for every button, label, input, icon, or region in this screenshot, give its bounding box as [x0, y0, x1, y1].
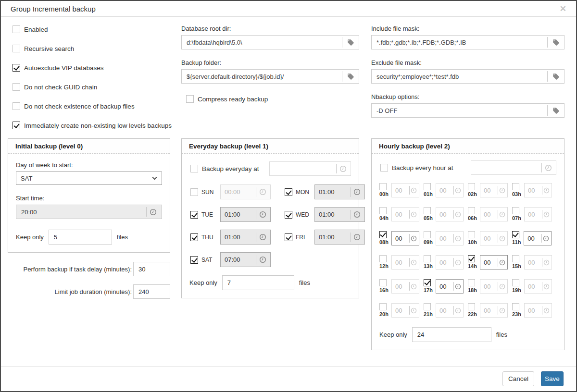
hour-cell[interactable]: 03h 00: [512, 183, 556, 197]
hour-cell[interactable]: 12h 00: [379, 255, 424, 270]
weekday-time-input[interactable]: 01:00: [220, 230, 271, 245]
hour-checkbox[interactable]: [468, 207, 475, 214]
weekday-cell[interactable]: FRI 01:00: [285, 230, 365, 245]
option-checkbox[interactable]: [13, 45, 20, 52]
hour-cell[interactable]: 22h 00: [468, 303, 512, 318]
hour-checkbox[interactable]: [424, 183, 431, 190]
hour-checkbox[interactable]: [379, 255, 387, 262]
weekday-checkbox[interactable]: [190, 211, 198, 219]
option-row[interactable]: Enabled: [13, 25, 170, 34]
hour-cell[interactable]: 18h 00: [468, 279, 512, 294]
weekday-time-input[interactable]: 07:00: [220, 252, 271, 267]
hour-minute-input[interactable]: 00: [436, 183, 464, 197]
hour-cell[interactable]: 21h 00: [424, 303, 468, 318]
hour-minute-input[interactable]: 00: [524, 183, 552, 197]
hour-cell[interactable]: 04h 00: [379, 207, 424, 221]
hour-cell[interactable]: 07h 00: [512, 207, 556, 221]
tag-icon[interactable]: [342, 39, 359, 46]
option-row[interactable]: Immediately create non-existing low leve…: [13, 121, 170, 130]
hour-minute-input[interactable]: 00: [436, 279, 464, 294]
hour-minute-input[interactable]: 00: [391, 207, 419, 221]
hour-minute-input[interactable]: 00: [524, 279, 552, 294]
keep-only-input[interactable]: [412, 327, 491, 342]
hour-minute-input[interactable]: 00: [524, 303, 552, 318]
hour-checkbox[interactable]: [468, 279, 475, 286]
hour-minute-input[interactable]: 00: [391, 303, 419, 318]
hour-checkbox[interactable]: [379, 207, 387, 214]
hour-checkbox[interactable]: [424, 231, 431, 238]
hour-minute-input[interactable]: 00: [391, 279, 419, 294]
include-file-mask-input[interactable]: [372, 39, 547, 46]
hour-checkbox[interactable]: [379, 183, 387, 190]
hour-checkbox[interactable]: [424, 255, 431, 262]
hour-cell[interactable]: 20h 00: [379, 303, 424, 318]
weekday-checkbox[interactable]: [190, 233, 198, 241]
option-row[interactable]: Do not check existence of backup files: [13, 102, 170, 110]
hour-cell[interactable]: 05h 00: [424, 207, 468, 221]
close-icon[interactable]: ✕: [560, 5, 566, 13]
weekday-cell[interactable]: THU 01:00: [190, 230, 285, 245]
weekday-checkbox[interactable]: [190, 188, 198, 196]
hour-cell[interactable]: 01h 00: [424, 183, 468, 197]
hour-minute-input[interactable]: 00: [480, 207, 508, 221]
hour-cell[interactable]: 13h 00: [424, 255, 468, 270]
keep-only-input[interactable]: [49, 230, 112, 245]
backup-every-hour-at-time-input[interactable]: [471, 160, 556, 175]
weekday-time-input[interactable]: 00:00: [220, 184, 271, 199]
option-row[interactable]: Recursive search: [13, 44, 170, 53]
cancel-button[interactable]: Cancel: [502, 371, 534, 386]
weekday-checkbox[interactable]: [285, 233, 292, 241]
hour-cell[interactable]: 09h 00: [424, 231, 468, 245]
backup-every-hour-at-checkbox[interactable]: [380, 164, 388, 172]
weekday-time-input[interactable]: 01:00: [314, 207, 365, 222]
hour-checkbox[interactable]: [379, 231, 387, 238]
weekday-checkbox[interactable]: [190, 256, 198, 264]
hour-checkbox[interactable]: [512, 231, 519, 238]
task-delay-input[interactable]: [133, 262, 170, 276]
hour-checkbox[interactable]: [424, 207, 431, 214]
hour-cell[interactable]: 00h 00: [379, 183, 424, 197]
weekday-cell[interactable]: TUE 01:00: [190, 207, 285, 222]
weekday-cell[interactable]: WED 01:00: [285, 207, 365, 222]
weekday-time-input[interactable]: 01:00: [314, 230, 365, 245]
hour-cell[interactable]: 14h 00: [468, 255, 512, 270]
save-button[interactable]: Save: [541, 371, 564, 386]
backup-everyday-at-time-input[interactable]: [269, 161, 351, 176]
hour-checkbox[interactable]: [468, 231, 475, 238]
hour-checkbox[interactable]: [379, 279, 387, 286]
hour-cell[interactable]: 15h 00: [512, 255, 556, 270]
weekday-time-input[interactable]: 01:00: [220, 207, 271, 222]
weekday-cell[interactable]: MON 01:00: [285, 184, 365, 199]
hour-checkbox[interactable]: [468, 303, 475, 310]
weekday-checkbox[interactable]: [285, 211, 292, 219]
weekday-checkbox[interactable]: [285, 188, 292, 196]
hour-minute-input[interactable]: 00: [436, 231, 464, 245]
hour-minute-input[interactable]: 00: [480, 303, 508, 318]
hour-cell[interactable]: 08h 00: [379, 231, 424, 245]
option-row[interactable]: Autoexclude VIP databases: [13, 63, 170, 72]
day-of-week-select[interactable]: SAT: [16, 172, 162, 185]
hour-minute-input[interactable]: 00: [480, 279, 508, 294]
nbackup-options-input[interactable]: [372, 107, 547, 114]
hour-checkbox[interactable]: [512, 207, 519, 214]
hour-checkbox[interactable]: [468, 255, 475, 262]
hour-cell[interactable]: 16h 00: [379, 279, 424, 294]
hour-checkbox[interactable]: [512, 255, 519, 262]
tag-icon[interactable]: [548, 73, 564, 80]
tag-icon[interactable]: [548, 107, 564, 114]
option-checkbox[interactable]: [13, 25, 20, 33]
hour-minute-input[interactable]: 00: [480, 231, 508, 245]
hour-minute-input[interactable]: 00: [480, 255, 508, 270]
hour-checkbox[interactable]: [512, 279, 519, 286]
hour-minute-input[interactable]: 00: [524, 231, 552, 245]
hour-minute-input[interactable]: 00: [436, 255, 464, 270]
option-checkbox[interactable]: [13, 83, 20, 91]
hour-checkbox[interactable]: [424, 279, 431, 286]
hour-checkbox[interactable]: [379, 303, 387, 310]
hour-minute-input[interactable]: 00: [391, 183, 419, 197]
hour-cell[interactable]: 10h 00: [468, 231, 512, 245]
hour-minute-input[interactable]: 00: [391, 255, 419, 270]
tag-icon[interactable]: [548, 39, 564, 46]
hour-minute-input[interactable]: 00: [524, 255, 552, 270]
hour-minute-input[interactable]: 00: [436, 207, 464, 221]
